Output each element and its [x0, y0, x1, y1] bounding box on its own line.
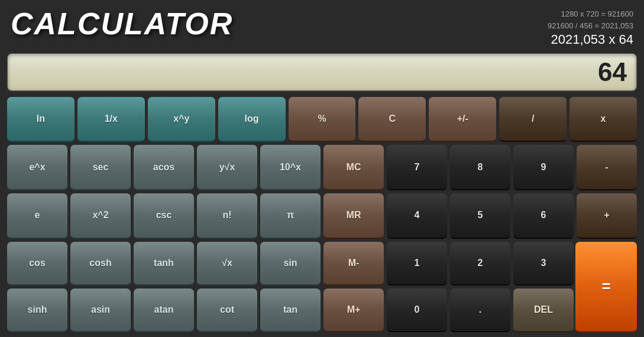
cos-button[interactable]: cos: [7, 242, 67, 286]
seven-button[interactable]: 7: [387, 145, 447, 190]
calc-info: 1280 x 720 = 921600 921600 / 456 = 2021,…: [548, 6, 633, 48]
button-row-1: ln1/xx^ylog%C+/-/x: [7, 97, 637, 142]
xpow2-button[interactable]: x^2: [70, 193, 131, 239]
sinh-button[interactable]: sinh: [7, 289, 67, 332]
del-button[interactable]: DEL: [513, 289, 574, 332]
five-button[interactable]: 5: [450, 193, 510, 239]
rows-4-5-wrapper: coscoshtanh√xsinM-123sinhasinatancottanM…: [7, 242, 637, 332]
two-button[interactable]: 2: [450, 242, 510, 286]
plusminus-button[interactable]: +/-: [429, 97, 496, 142]
button-row-4: coscoshtanh√xsinM-123: [7, 242, 637, 286]
tenpowx-button[interactable]: 10^x: [260, 145, 321, 190]
app-title: CALCULATOR: [11, 6, 233, 39]
one-button[interactable]: 1: [387, 242, 447, 286]
tanh-button[interactable]: tanh: [134, 242, 194, 286]
sec-button[interactable]: sec: [70, 145, 131, 190]
minus-button[interactable]: -: [577, 145, 637, 190]
info-line2: 921600 / 456 = 2021,053: [548, 20, 633, 32]
plus-button[interactable]: +: [577, 193, 637, 239]
sin-button[interactable]: sin: [260, 242, 321, 286]
pct-button[interactable]: %: [289, 97, 356, 142]
display-value: 64: [598, 57, 627, 87]
button-row-3: ex^2cscn!πMR456+: [7, 193, 637, 239]
display: 64: [7, 53, 637, 91]
four-button[interactable]: 4: [387, 193, 447, 239]
six-button[interactable]: 6: [513, 193, 574, 239]
cosh-button[interactable]: cosh: [70, 242, 131, 286]
cot-button[interactable]: cot: [197, 289, 257, 332]
clr-button[interactable]: C: [358, 97, 426, 142]
tan-button[interactable]: tan: [260, 289, 321, 332]
info-line1: 1280 x 720 = 921600: [548, 8, 633, 20]
epowx-button[interactable]: e^x: [7, 145, 67, 190]
eight-button[interactable]: 8: [450, 145, 510, 190]
mr-button[interactable]: MR: [323, 193, 384, 239]
ln-button[interactable]: ln: [7, 97, 75, 142]
button-row-2: e^xsecacosy√x10^xMC789-: [7, 145, 637, 190]
mul-button[interactable]: x: [569, 97, 637, 142]
zero-button[interactable]: 0: [387, 289, 447, 332]
inv-button[interactable]: 1/x: [77, 97, 145, 142]
mminus-button[interactable]: M-: [323, 242, 384, 286]
mplus-button[interactable]: M+: [323, 289, 384, 332]
sqrtx-button[interactable]: √x: [197, 242, 257, 286]
button-row-5: sinhasinatancottanM+0.DEL: [7, 289, 637, 332]
csc-button[interactable]: csc: [134, 193, 194, 239]
asin-button[interactable]: asin: [70, 289, 131, 332]
nfact-button[interactable]: n!: [197, 193, 257, 239]
e-button[interactable]: e: [7, 193, 67, 239]
acos-button[interactable]: acos: [134, 145, 194, 190]
ysqrtx-button[interactable]: y√x: [197, 145, 257, 190]
pi-button[interactable]: π: [260, 193, 321, 239]
buttons-area: ln1/xx^ylog%C+/-/xe^xsecacosy√x10^xMC789…: [0, 95, 644, 337]
three-button[interactable]: 3: [513, 242, 574, 286]
atan-button[interactable]: atan: [134, 289, 194, 332]
nine-button[interactable]: 9: [513, 145, 574, 190]
log-button[interactable]: log: [218, 97, 286, 142]
xpowy-button[interactable]: x^y: [148, 97, 215, 142]
dot-button[interactable]: .: [450, 289, 510, 332]
equals-button[interactable]: =: [575, 242, 637, 332]
info-expression: 2021,053 x 64: [548, 31, 633, 48]
mc-button[interactable]: MC: [323, 145, 384, 190]
div-button[interactable]: /: [499, 97, 567, 142]
